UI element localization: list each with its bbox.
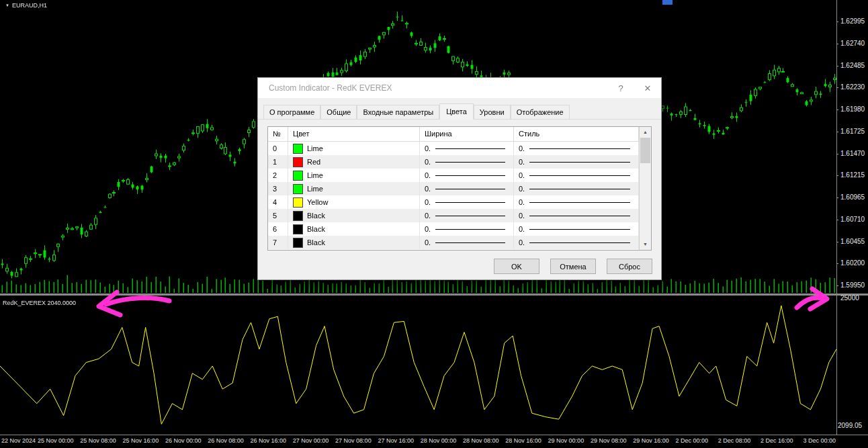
time-axis-label: 28 Nov 08:00: [463, 437, 499, 444]
price-axis-label: 1.59950: [840, 281, 865, 289]
tab-colors[interactable]: Цвета: [439, 103, 474, 120]
time-axis-label: 29 Nov 16:00: [633, 437, 669, 444]
time-axis-label: 29 Nov 00:00: [548, 437, 584, 444]
tab-common[interactable]: Общие: [320, 105, 357, 119]
width-line-sample: [435, 162, 505, 163]
tab-levels[interactable]: Уровни: [474, 105, 511, 119]
style-cell[interactable]: 0.: [514, 236, 639, 249]
color-cell[interactable]: Black: [288, 222, 420, 236]
color-table-row[interactable]: 6Black0.0.: [268, 222, 639, 236]
width-cell[interactable]: 0.: [420, 222, 514, 236]
color-swatch: [293, 184, 303, 194]
color-cell[interactable]: Black: [288, 209, 420, 222]
style-cell[interactable]: 0.: [514, 209, 639, 222]
price-axis-tick: [836, 66, 838, 66]
table-scrollbar[interactable]: ▲ ▼: [639, 127, 651, 250]
width-cell[interactable]: 0.: [420, 195, 514, 209]
time-axis-label: 26 Nov 16:00: [251, 437, 287, 444]
color-name: Lime: [307, 144, 323, 152]
panel-splitter[interactable]: [0, 294, 868, 296]
price-axis-label: 1.60455: [840, 238, 865, 245]
row-index: 6: [268, 222, 288, 236]
color-table-row[interactable]: 1Red0.0.: [268, 155, 639, 169]
color-swatch: [293, 224, 303, 234]
width-line-sample: [435, 175, 505, 176]
scroll-down-icon[interactable]: ▼: [640, 239, 651, 250]
color-cell[interactable]: Black: [288, 236, 420, 249]
indicator-name-label: RedK_EVEREX 2040.0000: [3, 300, 76, 306]
indicator-chart-canvas[interactable]: [0, 298, 836, 435]
price-axis-tick: [836, 109, 838, 110]
cancel-button[interactable]: Отмена: [550, 259, 596, 274]
time-axis-label: 26 Nov 08:00: [208, 437, 244, 444]
width-line-sample: [435, 242, 505, 243]
color-cell[interactable]: Lime: [288, 182, 420, 195]
width-cell[interactable]: 0.: [420, 155, 514, 169]
color-swatch: [293, 197, 303, 208]
color-table: №ЦветШиринаСтиль0Lime0.0.1Red0.0.2Lime0.…: [267, 126, 652, 251]
column-header: Стиль: [514, 127, 639, 141]
color-name: Yellow: [307, 198, 328, 206]
row-index: 7: [268, 236, 288, 249]
dialog-titlebar[interactable]: Custom Indicator - RedK EVEREX ? ✕: [258, 78, 661, 98]
color-name: Lime: [307, 185, 323, 193]
price-axis-label: 1.62740: [840, 40, 865, 47]
width-label: 0.: [425, 158, 431, 166]
width-cell[interactable]: 0.: [420, 142, 514, 155]
width-cell[interactable]: 0.: [420, 169, 514, 182]
row-index: 3: [268, 182, 288, 195]
tab-inputs[interactable]: Входные параметры: [357, 105, 439, 119]
price-axis[interactable]: 1.629951.627401.624851.622301.619801.617…: [836, 0, 868, 435]
style-label: 0.: [519, 158, 525, 166]
row-index: 2: [268, 169, 288, 182]
time-axis-label: 25 Nov 16:00: [123, 437, 159, 444]
style-cell[interactable]: 0.: [514, 182, 639, 195]
reset-button[interactable]: Сброс: [607, 259, 652, 274]
help-button[interactable]: ?: [607, 83, 634, 93]
width-cell[interactable]: 0.: [420, 182, 514, 195]
color-cell[interactable]: Yellow: [288, 195, 420, 209]
metatrader-window: ▼ EURAUD,H1 1.629951.627401.624851.62230…: [0, 0, 868, 448]
color-table-row[interactable]: 2Lime0.0.: [268, 169, 639, 182]
price-axis-label: 1.60965: [840, 193, 865, 201]
width-label: 0.: [425, 185, 431, 193]
style-line-sample: [529, 229, 630, 230]
width-cell[interactable]: 0.: [420, 209, 514, 222]
row-index: 5: [268, 209, 288, 222]
tab-about[interactable]: О программе: [263, 105, 320, 119]
color-table-row[interactable]: 4Yellow0.0.: [268, 195, 639, 209]
tab-display[interactable]: Отображение: [511, 105, 570, 119]
color-table-row[interactable]: 0Lime0.0.: [268, 142, 639, 155]
row-index: 0: [268, 142, 288, 155]
price-axis-label: 1.62485: [840, 62, 865, 69]
column-header: Цвет: [288, 127, 420, 141]
color-cell[interactable]: Red: [288, 155, 420, 169]
style-cell[interactable]: 0.: [514, 142, 639, 155]
style-line-sample: [529, 148, 630, 149]
color-table-row[interactable]: 3Lime0.0.: [268, 182, 639, 195]
time-axis-label: 27 Nov 00:00: [293, 437, 329, 444]
width-cell[interactable]: 0.: [420, 236, 514, 249]
row-index: 4: [268, 195, 288, 209]
time-axis-label: 27 Nov 08:00: [335, 437, 372, 444]
style-cell[interactable]: 0.: [514, 169, 639, 182]
width-line-sample: [435, 202, 505, 203]
style-cell[interactable]: 0.: [514, 155, 639, 169]
time-axis[interactable]: 22 Nov 202425 Nov 00:0025 Nov 08:0025 No…: [0, 435, 868, 448]
style-cell[interactable]: 0.: [514, 222, 639, 236]
indicator-scale-bottom: 2099.05: [838, 422, 862, 429]
width-label: 0.: [425, 171, 431, 179]
scrollbar-thumb[interactable]: [640, 138, 650, 163]
color-table-row[interactable]: 7Black0.0.: [268, 236, 639, 249]
close-button[interactable]: ✕: [634, 83, 661, 93]
time-axis-label: 25 Nov 08:00: [80, 437, 116, 444]
scroll-up-icon[interactable]: ▲: [640, 127, 651, 138]
color-cell[interactable]: Lime: [288, 169, 420, 182]
time-axis-label: 28 Nov 00:00: [421, 437, 457, 444]
color-table-row[interactable]: 5Black0.0.: [268, 209, 639, 222]
ok-button[interactable]: OK: [494, 259, 539, 274]
color-cell[interactable]: Lime: [288, 142, 420, 155]
style-cell[interactable]: 0.: [514, 195, 639, 209]
dialog-title: Custom Indicator - RedK EVEREX: [258, 83, 607, 93]
width-label: 0.: [425, 198, 431, 206]
